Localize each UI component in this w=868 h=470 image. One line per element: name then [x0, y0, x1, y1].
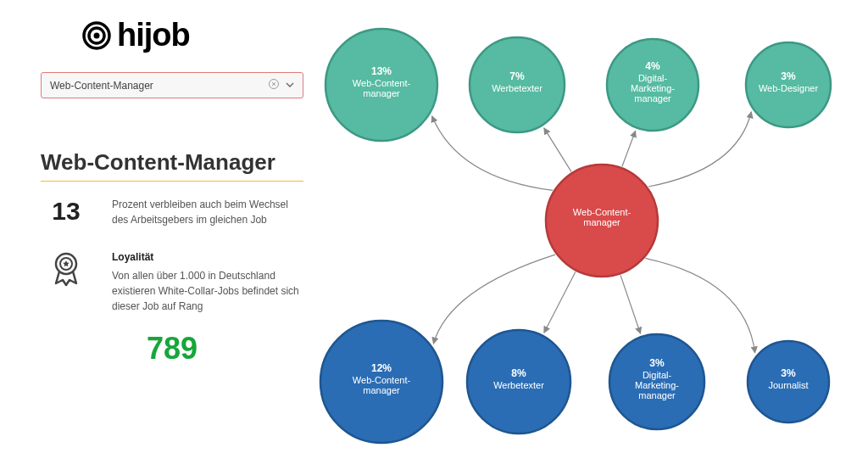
- relation-link: [544, 128, 571, 171]
- relation-link: [620, 275, 641, 333]
- svg-point-2: [94, 32, 100, 38]
- chevron-down-icon[interactable]: [286, 80, 294, 92]
- loyalty-rank: 789: [41, 331, 303, 366]
- svg-text:manager: manager: [583, 217, 620, 227]
- logo-icon: [81, 20, 112, 51]
- clear-icon[interactable]: [269, 79, 279, 92]
- dropdown-value: Web-Content-Manager: [50, 80, 153, 92]
- svg-text:3%: 3%: [781, 367, 796, 379]
- svg-text:manager: manager: [363, 385, 400, 395]
- svg-text:Marketing-: Marketing-: [635, 380, 679, 390]
- svg-text:Web-Content-: Web-Content-: [573, 207, 632, 217]
- svg-text:manager: manager: [634, 93, 671, 104]
- svg-text:Marketing-: Marketing-: [631, 83, 675, 93]
- top-node-1[interactable]: 7%Werbetexter: [470, 37, 565, 132]
- svg-text:manager: manager: [638, 390, 676, 400]
- svg-text:manager: manager: [363, 88, 400, 98]
- top-node-3[interactable]: 3%Web-Designer: [746, 42, 831, 127]
- svg-text:Web-Content-: Web-Content-: [353, 375, 411, 385]
- logo-text: hijob: [117, 17, 190, 53]
- svg-text:8%: 8%: [511, 367, 526, 379]
- job-relationship-chart: Web-Content-manager13%Web-Content-manage…: [314, 0, 856, 470]
- logo: hijob: [81, 17, 303, 53]
- svg-text:12%: 12%: [371, 362, 392, 374]
- svg-text:13%: 13%: [371, 65, 392, 77]
- job-dropdown[interactable]: Web-Content-Manager: [41, 72, 303, 98]
- page-title: Web-Content-Manager: [41, 149, 303, 182]
- top-node-0[interactable]: 13%Web-Content-manager: [326, 29, 437, 141]
- svg-text:7%: 7%: [509, 70, 525, 82]
- svg-text:Digital-: Digital-: [643, 370, 672, 380]
- svg-text:3%: 3%: [781, 70, 796, 82]
- bottom-node-2[interactable]: 3%Digital-Marketing-manager: [609, 334, 704, 429]
- relation-link: [544, 271, 576, 333]
- loyalty-desc: Von allen über 1.000 in Deutschland exis…: [112, 270, 299, 312]
- relation-link: [622, 131, 636, 166]
- loyalty-heading: Loyalität: [112, 249, 303, 265]
- svg-text:Web-Content-: Web-Content-: [353, 78, 411, 88]
- retention-desc: Prozent verbleiben auch beim Wechsel des…: [112, 197, 303, 227]
- svg-text:Werbetexter: Werbetexter: [493, 380, 544, 390]
- svg-text:Web-Designer: Web-Designer: [759, 83, 818, 93]
- retention-value: 13: [41, 197, 92, 226]
- svg-text:4%: 4%: [645, 60, 660, 72]
- top-node-2[interactable]: 4%Digital-Marketing-manager: [607, 39, 698, 131]
- bottom-node-1[interactable]: 8%Werbetexter: [467, 330, 570, 434]
- bottom-node-3[interactable]: 3%Journalist: [748, 341, 829, 422]
- svg-text:3%: 3%: [649, 357, 665, 369]
- svg-text:Digital-: Digital-: [638, 73, 668, 83]
- svg-text:Journalist: Journalist: [768, 380, 808, 390]
- badge-icon: [41, 249, 92, 290]
- relation-link: [433, 255, 555, 344]
- bottom-node-0[interactable]: 12%Web-Content-manager: [320, 321, 442, 443]
- center-node[interactable]: Web-Content-manager: [546, 165, 658, 277]
- svg-text:Werbetexter: Werbetexter: [492, 83, 542, 93]
